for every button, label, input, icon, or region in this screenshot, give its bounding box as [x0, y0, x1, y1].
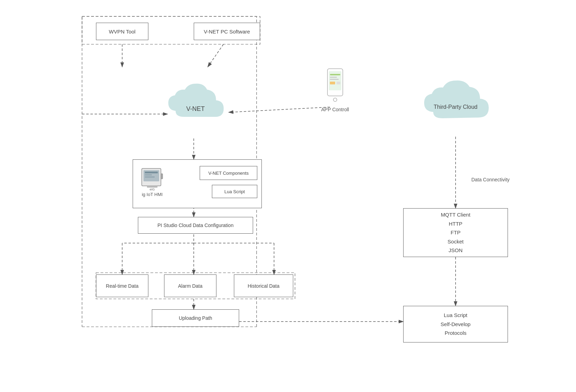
realtime-label: Real-time Data: [106, 283, 138, 289]
pi-studio-box: PI Studio Cloud Data Configuration: [138, 217, 253, 234]
svg-point-33: [333, 98, 337, 101]
mqtt-protocols-box: MQTT Client HTTP FTP Socket JSON: [403, 208, 508, 257]
third-party-cloud-label: Third-Party Cloud: [434, 104, 477, 110]
ig-iot-container: eIG ig IoT HMI V-NET Components Lua Scri…: [133, 159, 262, 208]
uploading-label: Uploading Path: [179, 315, 212, 321]
app-control-label: APP Controll: [321, 107, 349, 112]
data-connectivity-label: Data Connectivity: [464, 177, 517, 182]
svg-rect-39: [161, 174, 163, 179]
svg-line-24: [229, 107, 330, 112]
socket-line: Socket: [448, 237, 464, 246]
svg-rect-38: [145, 176, 155, 178]
svg-rect-30: [330, 79, 339, 80]
ftp-line: FTP: [451, 228, 460, 237]
alarm-label: Alarm Data: [178, 283, 202, 289]
svg-rect-36: [145, 172, 158, 173]
lua-script-top-box: Lua Script: [212, 185, 257, 198]
svg-rect-28: [330, 74, 340, 75]
ig-iot-label: ig IoT HMI: [142, 192, 163, 197]
svg-rect-32: [337, 82, 340, 84]
svg-rect-37: [145, 174, 152, 175]
vnet-cloud: V-NET: [162, 69, 229, 138]
vnet-pc-box: V-NET PC Software: [194, 23, 260, 40]
svg-rect-31: [330, 82, 335, 84]
json-line: JSON: [449, 246, 463, 255]
lua-self-line1: Lua Script: [444, 311, 467, 320]
historical-label: Historical Data: [248, 283, 279, 289]
lua-script-top-label: Lua Script: [224, 189, 245, 194]
wvpn-tool-label: WVPN Tool: [109, 29, 135, 35]
third-party-cloud: Third-Party Cloud: [417, 69, 494, 138]
vnet-components-label: V-NET Components: [208, 171, 249, 176]
svg-text:eIG: eIG: [150, 188, 155, 191]
vnet-pc-label: V-NET PC Software: [204, 29, 250, 35]
lua-self-develop-box: Lua Script Self-Develop Protocols: [403, 306, 508, 342]
lua-self-line3: Protocols: [445, 329, 467, 338]
vnet-components-box: V-NET Components: [200, 166, 257, 180]
realtime-data-box: Real-time Data: [96, 274, 148, 297]
historical-data-box: Historical Data: [234, 274, 293, 297]
svg-line-3: [208, 44, 223, 67]
pi-studio-label: PI Studio Cloud Data Configuration: [157, 223, 234, 228]
alarm-data-box: Alarm Data: [164, 274, 216, 297]
http-line: HTTP: [449, 219, 462, 228]
svg-rect-29: [330, 77, 337, 78]
architecture-diagram: WVPN Tool V-NET PC Software V-NET Third-…: [61, 13, 515, 379]
wvpn-tool-box: WVPN Tool: [96, 23, 148, 40]
mqtt-line: MQTT Client: [441, 210, 471, 219]
vnet-cloud-label: V-NET: [186, 105, 205, 113]
uploading-path-box: Uploading Path: [152, 309, 239, 327]
lua-self-line2: Self-Develop: [441, 320, 471, 329]
app-control-phone: APP Controll: [321, 67, 349, 112]
